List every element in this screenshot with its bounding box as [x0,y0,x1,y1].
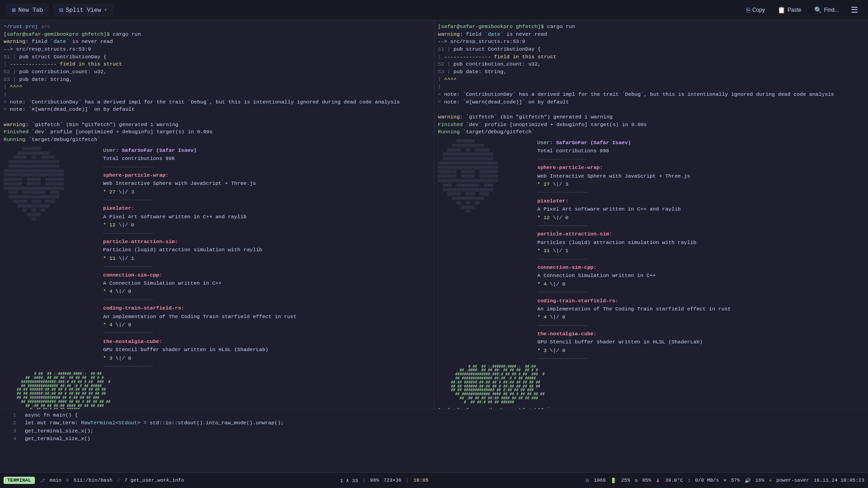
right-ascii-art: @@@@@@@@ @@@@@@@@@@@@@@ @@@@@@ @@ @@@@@@… [438,139,528,363]
right-code2: | --------------- field in this struct [438,53,865,61]
sys-volume-icon: 🔊 [745,478,751,483]
left-divider4: ──────────────── [103,263,297,271]
sys-datetime: 18.11.24 10:05:23 [814,478,864,483]
left-repo3-stats: * 11 \|/ 1 [103,254,297,263]
separator4: | [406,478,409,483]
left-code1: 51 | pub struct ContributionDay { [4,53,430,61]
editor-line-numbers: 1 async fn main() { 2 let mut raw_term: … [4,411,864,442]
new-tab-label: New Tab [18,7,43,14]
left-divider1: ──────────────── [103,163,297,171]
left-terminal-pane[interactable]: ~/rust-proj src [safar@safar-gemibookpro… [0,20,434,409]
split-icon: ⊟ [59,6,63,14]
right-repo1-name: sphere-particle-wrap: [538,164,731,172]
sys-cpu-icon: ⚙ [635,478,638,483]
branch-name: main [50,478,61,483]
right-blank1 [438,106,865,113]
left-code4: 53 | pub date: String, [4,76,430,84]
left-neofetch-art: # ## ## ::######:####:: ##:## ## :####: … [4,372,430,409]
split-view-button[interactable]: ⊟ Split View ▾ [53,4,113,17]
right-user-line: User: SafarSoFar (Safar Isaev) [538,139,731,147]
left-divider7: ──────────────── [103,362,297,371]
left-running: Running `target/debug/gitfetch` [4,136,430,144]
right-terminal-pane[interactable]: [safar@safar-gemibookpro ghfetch]$ cargo… [434,20,868,409]
right-repo4-name: connection-sim-cpp: [538,263,731,272]
sys-temp-val: 39.0°C [665,478,683,483]
right-repo6-name: the-nostalgia-cube: [538,330,731,338]
menu-button[interactable]: ☰ [846,2,863,18]
left-repo1-desc: Web Interactive Sphere with JavaScript +… [103,179,297,188]
left-repo6-stats: * 3 \|/ 0 [103,354,297,362]
right-divider3: ──────────────── [538,222,731,230]
right-warning1: warning: field `date` is never read [438,31,865,38]
main-area: ~/rust-proj src [safar@safar-gemibookpro… [0,20,868,472]
left-code2: | --------------- field in this struct [4,61,430,68]
separator3: | [363,478,366,483]
right-repo4-desc: A Connection Simulation written in C++ [538,272,731,280]
search-icon: 🔍 [814,6,822,14]
left-warning2: --> src/resp_structs.rs:53:9 [4,46,430,53]
right-code4: 53 | pub date: String, [438,68,865,76]
find-label: Find... [824,7,839,13]
copy-icon: ⎘ [746,6,750,14]
right-prompt1: [safar@safar-gemibookpro ghfetch]$ cargo… [438,23,865,31]
left-warning1: warning: field `date` is never read [4,38,430,46]
right-divider6: ──────────────── [538,322,731,330]
right-code1: 51 | pub struct ContributionDay { [438,46,865,53]
left-contributions: Total contributions 998 [103,155,297,163]
sys-battery-val: 25% [621,478,630,483]
right-warning2: --> src/resp_structs.rs:53:9 [438,38,865,46]
left-code6: | [4,91,430,99]
right-repo5-desc: An implementation of The Coding Train st… [538,305,731,313]
right-code5: | ^^^^ [438,76,865,84]
paste-button[interactable]: 📋 Paste [772,4,807,16]
right-repo5-name: coding-train-starfield-rs: [538,297,731,305]
sys-power-val: power-saver [776,478,809,483]
sys-brightness-val: 57% [731,478,740,483]
left-terminal-content: ~/rust-proj src [safar@safar-gemibookpro… [0,20,434,409]
right-repo1-desc: Web Interactive Sphere with JavaScript +… [538,172,731,180]
right-contributions: Total contributions 998 [538,147,731,155]
new-tab-button[interactable]: ⊞ New Tab [5,4,49,17]
right-repo6-stats: * 3 \|/ 0 [538,347,731,355]
left-repo2-desc: A Pixel Art software written in C++ and … [103,213,297,221]
editor-area: 1 async fn main() { 2 let mut raw_term: … [0,409,868,472]
scroll-percent: 98% [370,478,379,483]
right-repo4-stats: * 4 \|/ 0 [538,280,731,288]
right-divider2: ──────────────── [538,188,731,197]
time-display: 18:05 [414,478,429,483]
left-warning3: warning: `gitfetch` (bin "gitfetch") gen… [4,121,430,129]
right-divider5: ──────────────── [538,288,731,296]
top-bar-left: ⊞ New Tab ⊟ Split View ▾ [5,4,741,17]
right-repo3-name: particle-attraction-sim: [538,230,731,238]
left-repo2-stats: * 12 \|/ 0 [103,221,297,229]
left-divider5: ──────────────── [103,296,297,304]
left-divider2: ──────────────── [103,196,297,204]
left-code3: 52 | pub contribution_count: u32, [4,68,430,76]
status-terminal-badge: TERMINAL [4,478,35,483]
right-warning3: warning: `gitfetch` (bin "gitfetch") gen… [438,113,865,121]
left-repo6-name: the-nostalgia-cube: [103,338,297,346]
left-divider6: ──────────────── [103,329,297,337]
left-gitfetch-output: @@@@@@@@ @@@@@@@@@@@@@@ @@@@@@ @@ @@@@@@… [4,145,430,372]
branch-icon: ⎇ [39,478,45,483]
editor-line1: 1 async fn main() { [4,411,284,419]
right-divider4: ──────────────── [538,255,731,263]
terminal-label: TERMINAL [4,477,35,484]
cursor-pos: 1 ∧ 33 [340,478,358,483]
find-button[interactable]: 🔍 Find... [809,4,844,16]
right-repo3-stats: * 11 \|/ 1 [538,247,731,255]
sys-cpu-val: 05% [642,478,651,483]
left-repo4-desc: A Connection Simulation written in C++ [103,279,297,287]
separator1: ≡ [66,478,69,483]
copy-label: Copy [752,7,765,13]
left-repo1-name: sphere-particle-wrap: [103,171,297,179]
left-finished: Finished `dev` profile [unoptimized + de… [4,128,430,136]
sys-network-icon: ↕ [688,478,691,483]
line-col-info: 511:/bin/bash [74,478,113,483]
split-view-label: Split View [66,7,101,14]
copy-button[interactable]: ⎘ Copy [741,4,770,16]
left-divider3: ──────────────── [103,230,297,238]
left-repo5-desc: An implementation of The Coding Train st… [103,313,297,321]
right-divider7: ──────────────── [538,355,731,363]
left-note1: = note: `ContributionDay` has a derived … [4,99,430,106]
